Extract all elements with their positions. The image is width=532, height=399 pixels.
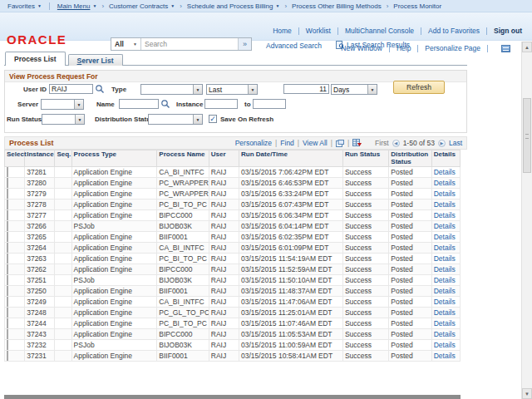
save-on-refresh-checkbox[interactable]: ✓ [209, 115, 217, 123]
row-checkbox[interactable] [7, 200, 8, 209]
details-link[interactable]: Details [434, 244, 456, 252]
col-instance: Instance [25, 150, 55, 167]
scroll-down-icon[interactable]: ▼ [522, 388, 532, 399]
row-checkbox[interactable] [7, 308, 8, 318]
details-link[interactable]: Details [434, 265, 456, 273]
instance-cell: 37280 [25, 178, 55, 189]
row-checkbox[interactable] [7, 286, 8, 296]
view-all-link[interactable]: View All [303, 139, 328, 147]
row-checkbox[interactable] [7, 275, 8, 285]
details-link[interactable]: Details [434, 298, 456, 306]
sign-out-link[interactable]: Sign out [494, 27, 522, 35]
breadcrumb-item[interactable]: Customer Contracts▼ [109, 2, 175, 10]
row-checkbox[interactable] [7, 329, 8, 339]
breadcrumb: Favorites▼ Main Menu▼ › Customer Contrac… [0, 0, 532, 12]
breadcrumb-item[interactable]: Main Menu▼ [57, 2, 97, 10]
row-checkbox[interactable] [7, 297, 8, 307]
details-link[interactable]: Details [434, 254, 456, 263]
breadcrumb-separator-icon: › [101, 2, 104, 10]
details-link[interactable]: Details [434, 352, 456, 360]
breadcrumb-item[interactable]: Process Monitor [393, 2, 441, 10]
user-id-lookup-icon[interactable] [95, 84, 105, 94]
row-checkbox[interactable] [7, 178, 8, 188]
details-link[interactable]: Details [434, 200, 456, 209]
row-checkbox[interactable] [7, 254, 8, 264]
name-lookup-icon[interactable] [160, 99, 170, 109]
row-checkbox[interactable] [7, 340, 8, 350]
find-link[interactable]: Find [280, 139, 294, 147]
personalize-link[interactable]: Personalize [235, 139, 272, 147]
pager-next-icon[interactable]: ▶ [438, 140, 446, 147]
pager-first[interactable]: First [375, 139, 389, 147]
horizontal-scrollbar-thumb[interactable] [4, 395, 461, 399]
run-status-cell: Success [342, 340, 388, 351]
server-select[interactable]: ▼ [41, 99, 84, 110]
details-link[interactable]: Details [434, 222, 456, 230]
details-link[interactable]: Details [434, 190, 456, 198]
row-checkbox[interactable] [7, 167, 8, 177]
user-id-input[interactable] [49, 84, 93, 94]
details-link[interactable]: Details [434, 276, 456, 284]
row-checkbox[interactable] [7, 318, 8, 328]
row-checkbox[interactable] [7, 232, 8, 242]
instance-from-input[interactable] [204, 99, 238, 109]
scrollbar-thumb[interactable] [523, 98, 531, 173]
breadcrumb-item[interactable]: Process Other Billing Methods [292, 2, 382, 10]
details-link[interactable]: Details [434, 319, 456, 328]
pager-previous-icon[interactable]: ◀ [392, 140, 400, 147]
instance-cell: 37263 [25, 254, 55, 264]
details-link[interactable]: Details [434, 330, 456, 338]
header-link[interactable]: Add to Favorites [428, 27, 480, 35]
pager-last[interactable]: Last [449, 139, 462, 147]
row-checkbox[interactable] [7, 351, 8, 361]
refresh-button[interactable]: Refresh [393, 81, 445, 94]
days-number-input[interactable] [283, 84, 329, 94]
type-select[interactable]: ▼ [140, 84, 203, 95]
run-datetime-cell: 03/15/2015 6:02:35PM EDT [239, 232, 343, 243]
search-go-button[interactable]: » [238, 38, 251, 50]
process-type-cell: Application Engine [71, 167, 157, 178]
row-checkbox[interactable] [7, 243, 8, 253]
row-checkbox[interactable] [7, 264, 8, 274]
details-link[interactable]: Details [434, 341, 456, 349]
seq-cell [55, 297, 71, 308]
details-link[interactable]: Details [434, 179, 456, 187]
row-checkbox[interactable] [7, 221, 8, 231]
header-link[interactable]: Home [273, 27, 292, 35]
header-link[interactable]: Worklist [306, 27, 331, 35]
run-datetime-cell: 03/15/2015 11:00:59AM EDT [239, 340, 343, 351]
download-to-excel-icon[interactable] [352, 139, 362, 147]
header-link[interactable]: MultiChannel Console [345, 27, 414, 35]
days-unit-select[interactable]: Days▼ [331, 84, 377, 95]
details-link[interactable]: Details [434, 308, 456, 317]
run-datetime-cell: 03/15/2015 6:01:09PM EDT [239, 243, 343, 254]
page-link[interactable]: Personalize Page [425, 44, 480, 52]
search-input[interactable] [141, 38, 238, 50]
last-select[interactable]: Last▼ [206, 84, 258, 95]
row-checkbox[interactable] [7, 210, 8, 220]
details-link[interactable]: Details [434, 287, 456, 295]
personalize-layout-icon[interactable] [501, 45, 510, 52]
search-scope-dropdown[interactable]: All▼ [111, 38, 141, 50]
process-name-cell: BIPCC000 [157, 210, 209, 221]
scroll-up-icon[interactable]: ▲ [522, 42, 532, 52]
zoom-window-icon[interactable] [336, 140, 344, 147]
tab-server-list[interactable]: Server List [68, 54, 123, 66]
advanced-search-link[interactable]: Advanced Search [266, 42, 322, 50]
breadcrumb-item[interactable]: Schedule and Process Billing▼ [187, 2, 280, 10]
instance-to-input[interactable] [253, 99, 286, 109]
details-link[interactable]: Details [434, 168, 456, 176]
distribution-status-select[interactable]: ▼ [148, 114, 203, 125]
vertical-scrollbar[interactable]: ▲ ▼ [521, 42, 532, 399]
run-status-select[interactable]: ▼ [42, 114, 85, 125]
table-row: 37244 Application Engine PC_BI_TO_PC RAI… [5, 318, 461, 329]
details-link[interactable]: Details [434, 233, 456, 241]
page-link[interactable]: Help [397, 44, 411, 52]
row-checkbox[interactable] [7, 189, 8, 199]
details-link[interactable]: Details [434, 211, 456, 219]
page-link[interactable]: New Window [341, 44, 382, 52]
user-cell: RAIJ [209, 329, 239, 340]
tab-process-list[interactable]: Process List [5, 52, 66, 66]
breadcrumb-favorites[interactable]: Favorites▼ [7, 2, 42, 10]
name-input[interactable] [119, 99, 159, 109]
